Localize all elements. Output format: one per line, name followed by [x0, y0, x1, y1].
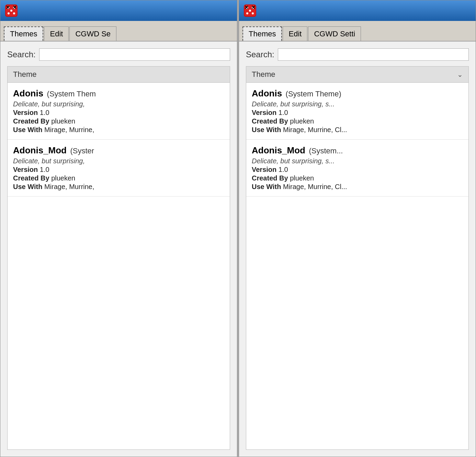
- theme-usewith-2-2: Use With Mirage, Murrine, Cl...: [252, 183, 463, 191]
- menu-themes-2[interactable]: Themes: [242, 26, 282, 41]
- theme-created-1-2: Created By plueken: [13, 174, 224, 182]
- svg-point-16: [246, 12, 248, 14]
- svg-point-17: [252, 12, 254, 14]
- theme-item-2-2[interactable]: Adonis_Mod (System... Delicate, but surp…: [246, 140, 468, 197]
- theme-item-2-1[interactable]: Adonis (System Theme) Delicate, but surp…: [246, 83, 468, 140]
- theme-version-1-2: Version 1.0: [13, 166, 224, 174]
- menubar-2: Themes Edit CGWD Setti: [239, 21, 476, 42]
- theme-type-2-2: (System...: [309, 147, 343, 155]
- theme-list-header-1[interactable]: Theme: [8, 67, 230, 83]
- theme-header-label-1: Theme: [13, 70, 36, 79]
- content-1: Search: Theme Adonis (System Them Delica…: [0, 42, 237, 457]
- theme-desc-2-1: Delicate, but surprising, s...: [252, 100, 463, 108]
- theme-version-1-1: Version 1.0: [13, 109, 224, 117]
- menu-cgwd-1[interactable]: CGWD Se: [69, 26, 116, 41]
- theme-list-1: Theme Adonis (System Them Delicate, but …: [7, 66, 230, 450]
- titlebar-1: [0, 0, 237, 21]
- svg-point-4: [10, 10, 12, 12]
- theme-desc-2-2: Delicate, but surprising, s...: [252, 157, 463, 165]
- theme-version-2-2: Version 1.0: [252, 166, 463, 174]
- chevron-down-icon: ⌄: [457, 70, 463, 79]
- theme-name-1-2: Adonis_Mod: [13, 145, 67, 155]
- app-icon-2: [242, 3, 258, 18]
- titlebar-2: [239, 0, 476, 21]
- app-icon-1: [4, 3, 19, 18]
- svg-point-6: [13, 12, 15, 14]
- window-1: Themes Edit CGWD Se Search: Theme Adonis…: [0, 0, 237, 457]
- theme-name-2-2: Adonis_Mod: [252, 145, 305, 155]
- search-input-1[interactable]: [39, 48, 230, 61]
- search-input-2[interactable]: [278, 48, 469, 61]
- theme-list-2: Theme ⌄ Adonis (System Theme) Delicate, …: [246, 66, 469, 450]
- theme-type-1-2: (Syster: [70, 147, 94, 155]
- theme-usewith-2-1: Use With Mirage, Murrine, Cl...: [252, 126, 463, 134]
- theme-type-1-1: (System Them: [47, 90, 96, 98]
- theme-list-header-2[interactable]: Theme ⌄: [246, 67, 468, 83]
- search-label-2: Search:: [246, 50, 274, 59]
- menu-edit-1[interactable]: Edit: [44, 26, 69, 41]
- search-label-1: Search:: [7, 50, 36, 59]
- menu-edit-2[interactable]: Edit: [283, 26, 307, 41]
- theme-desc-1-2: Delicate, but surprising,: [13, 157, 224, 165]
- theme-desc-1-1: Delicate, but surprising,: [13, 100, 224, 108]
- content-2: Search: Theme ⌄ Adonis (System Theme) De…: [239, 42, 476, 457]
- theme-name-2-1: Adonis: [252, 88, 282, 98]
- theme-created-2-1: Created By plueken: [252, 117, 463, 125]
- theme-item-1-2[interactable]: Adonis_Mod (Syster Delicate, but surpris…: [8, 140, 230, 197]
- theme-created-2-2: Created By plueken: [252, 174, 463, 182]
- theme-version-2-1: Version 1.0: [252, 109, 463, 117]
- theme-type-2-1: (System Theme): [286, 90, 341, 98]
- theme-item-1-1[interactable]: Adonis (System Them Delicate, but surpri…: [8, 83, 230, 140]
- search-row-1: Search:: [7, 48, 230, 61]
- theme-usewith-1-1: Use With Mirage, Murrine,: [13, 126, 224, 134]
- window-2: Themes Edit CGWD Setti Search: Theme ⌄ A…: [239, 0, 476, 457]
- menubar-1: Themes Edit CGWD Se: [0, 21, 237, 42]
- svg-point-5: [8, 12, 10, 14]
- svg-point-15: [249, 10, 251, 12]
- menu-themes-1[interactable]: Themes: [4, 26, 43, 41]
- theme-usewith-1-2: Use With Mirage, Murrine,: [13, 183, 224, 191]
- theme-header-label-2: Theme: [252, 70, 275, 79]
- theme-created-1-1: Created By plueken: [13, 117, 224, 125]
- search-row-2: Search:: [246, 48, 469, 61]
- menu-cgwd-2[interactable]: CGWD Setti: [308, 26, 361, 41]
- theme-name-1-1: Adonis: [13, 88, 43, 98]
